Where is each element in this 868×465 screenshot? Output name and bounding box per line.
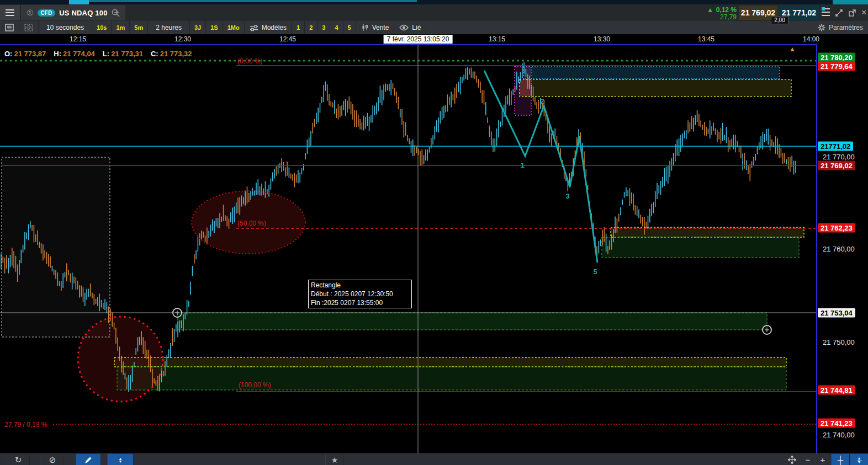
zoom-out-button[interactable]: −: [801, 454, 815, 465]
range-button-3j[interactable]: 3J: [190, 21, 206, 34]
sort-order-button[interactable]: ▲▼: [107, 454, 134, 465]
range-button-1mo[interactable]: 1Mo: [223, 21, 245, 34]
time-label: 14:00: [803, 35, 819, 43]
ohlc-key: L:: [103, 50, 109, 58]
ohlc-readout: O:21 773,87H:21 774,04L:21 773,31C:21 77…: [4, 50, 192, 58]
model-number-button-1[interactable]: 1: [292, 21, 305, 34]
time-label: 12:15: [70, 35, 86, 43]
time-label: 13:30: [594, 35, 610, 43]
timeframe-button-1m[interactable]: 1m: [112, 21, 130, 34]
time-label: 13:15: [489, 35, 505, 43]
trading-platform-window: ① CFD US NDAQ 100 + ▲ 0,12 % 27,79 21 76…: [0, 0, 868, 465]
draw-pencil-button[interactable]: [76, 454, 101, 465]
tab-bar: ① CFD US NDAQ 100 + ▲ 0,12 % 27,79 21 76…: [0, 4, 868, 22]
fibonacci-label: (50,00 %): [237, 220, 266, 227]
sell-button[interactable]: Vente: [356, 21, 395, 34]
move-tool-button[interactable]: [784, 454, 800, 465]
fibonacci-label: (0,00 %): [237, 57, 262, 65]
crosshair-mode-button[interactable]: ┼: [831, 454, 850, 465]
open-in-new-window-icon[interactable]: [848, 9, 856, 17]
timeframe-current-button[interactable]: 10 secondes: [39, 21, 92, 34]
ohlc-value: 21 773,31: [111, 50, 143, 58]
models-button[interactable]: Modèles: [245, 21, 292, 34]
price-label-red: 21 741,23: [818, 419, 855, 428]
eye-icon: [399, 24, 409, 31]
disable-drawing-button[interactable]: ⊘: [41, 454, 64, 465]
range-button-1s[interactable]: 1S: [206, 21, 223, 34]
wave-count-label: 2: [540, 97, 544, 105]
timeframe-button-5m[interactable]: 5m: [130, 21, 148, 34]
wave-count-label: 3: [565, 192, 569, 200]
pencil-icon: [84, 456, 92, 464]
top-progress-strip: [0, 0, 868, 4]
reload-button[interactable]: ↻: [7, 454, 30, 465]
fibonacci-label: 27,79 / 0,13 %: [4, 421, 47, 429]
spread-value: 2,00: [771, 16, 788, 24]
price-label-plain: 21 740,00: [823, 431, 855, 439]
ohlc-key: H:: [54, 50, 61, 58]
top-strip-cyan-segment: [69, 0, 89, 4]
wave-count-label: 1: [520, 161, 524, 169]
change-percent: 0,12 %: [716, 6, 737, 14]
ohlc-value: 21 773,32: [160, 50, 192, 58]
layout-grid-button[interactable]: [19, 21, 39, 34]
linked-button[interactable]: Lié: [394, 21, 426, 34]
timeframe-button-10s[interactable]: 10s: [92, 21, 112, 34]
price-label-red: 21 762,23: [818, 223, 855, 233]
price-axis: 21 780,0021 780,2021 779,6421771,0221 77…: [816, 44, 868, 453]
change-indicator: ▲ 0,12 % 27,79: [697, 6, 737, 20]
candlestick-icon: [361, 24, 369, 31]
price-plot: [0, 45, 816, 453]
jump-to-latest-icon[interactable]: ▲: [789, 45, 796, 53]
maximize-icon[interactable]: [835, 9, 843, 17]
price-label-darkred: 21 769,02: [818, 161, 855, 170]
order-list-button[interactable]: [0, 21, 19, 34]
crosshair-date-label: 7 févr. 2025 13:05:20: [384, 35, 453, 44]
time-label: 12:45: [279, 35, 296, 43]
chart-canvas[interactable]: O:21 773,87H:21 774,04L:21 773,31C:21 77…: [0, 44, 868, 455]
rectangle-tooltip: Rectangle Début : 2025 0207 12:30:50 Fin…: [308, 280, 412, 308]
price-label-green: 21 780,20: [818, 53, 855, 62]
add-tab-button[interactable]: +: [109, 5, 124, 20]
time-label: 12:30: [174, 35, 191, 43]
auto-scale-button[interactable]: ▲―▼: [850, 454, 868, 465]
main-menu-button[interactable]: [0, 5, 20, 20]
cfd-badge: CFD: [38, 9, 56, 17]
time-axis: 7 févr. 2025 13:05:20 12:1512:3012:4513:…: [0, 34, 868, 44]
instrument-name: US NDAQ 100: [59, 9, 107, 17]
ohlc-value: 21 773,87: [14, 50, 46, 58]
window-controls: ×: [822, 6, 866, 19]
market-depth-icon[interactable]: [822, 7, 830, 18]
wave-count-label: 5: [593, 268, 597, 276]
sliders-icon: [250, 24, 258, 31]
settings-button[interactable]: Paramètres: [813, 21, 868, 34]
gear-icon: [818, 24, 825, 31]
instrument-number-icon: ①: [27, 8, 34, 17]
model-number-button-3[interactable]: 3: [317, 21, 330, 34]
time-label: 13:45: [698, 35, 714, 43]
model-number-button-2[interactable]: 2: [305, 21, 317, 34]
star-favorite-button[interactable]: ★: [325, 454, 344, 465]
bottom-toolbar: ↻ ⊘ ▲▼ ★ − + ┼ ▲―▼: [0, 453, 868, 465]
price-label-plain: 21 750,00: [823, 338, 855, 346]
top-strip-right-segment: [833, 0, 868, 4]
ohlc-key: O:: [4, 50, 12, 58]
price-label-red: 21 779,64: [818, 62, 855, 71]
move-icon: [788, 456, 796, 464]
ohlc-value: 21 774,04: [63, 50, 95, 58]
zoom-in-button[interactable]: +: [816, 454, 830, 465]
model-number-button-5[interactable]: 5: [343, 21, 356, 34]
change-arrow-icon: ▲: [707, 6, 713, 14]
model-number-button-4[interactable]: 4: [330, 21, 343, 34]
range-current-button[interactable]: 2 heures: [148, 21, 190, 34]
price-label-plain: 21 760,00: [823, 245, 855, 253]
ohlc-key: C:: [151, 50, 158, 58]
price-label-cyan: 21771,02: [818, 142, 853, 151]
change-absolute: 27,79: [697, 14, 737, 21]
chart-toolbar: 10 secondes 10s1m5m 2 heures 3J1S1Mo Mod…: [0, 21, 868, 35]
close-icon[interactable]: ×: [861, 9, 866, 17]
price-label-plain: 21 770,00: [823, 153, 855, 161]
top-strip-teal-segment: [89, 0, 417, 2]
toolbar-spacer: [426, 21, 813, 34]
price-label-white: 21 753,04: [818, 308, 855, 318]
